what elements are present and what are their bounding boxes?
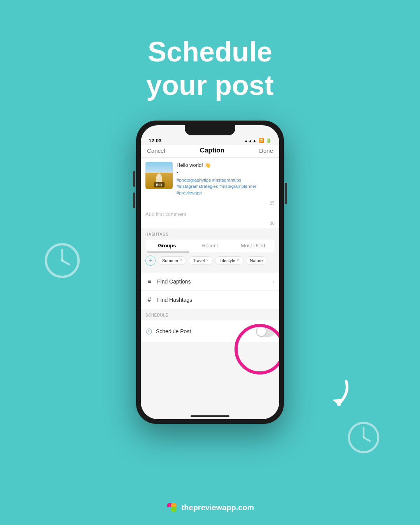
vol-up-button [133,171,135,187]
remove-lifestyle-icon[interactable]: × [237,258,239,262]
hashtags-label: HASHTAGS [145,232,275,236]
caption-line2: - [177,169,275,176]
arrow-icon [315,377,354,408]
chip-summer[interactable]: Summer × [158,256,186,265]
remove-summer-icon[interactable]: × [180,258,182,262]
add-hashtag-group-button[interactable]: + [145,256,156,266]
schedule-clock-icon: 🕐 [145,328,152,334]
toggle-knob [257,327,266,336]
tab-recent[interactable]: Recent [189,240,232,252]
footer: thepreviewapp.com [166,502,254,513]
schedule-section: SCHEDULE [141,309,279,320]
nav-title: Caption [200,147,224,154]
notch [185,125,235,135]
hashtag-tabs: Groups Recent Most Used [145,240,275,252]
svg-point-10 [171,507,177,512]
time: 12:03 [149,138,161,144]
remove-travel-icon[interactable]: × [206,258,209,262]
clock-icon-left [43,241,82,280]
power-button [285,183,287,204]
hashtag-chips-row: + Summer × Travel × Lifestyle × Nature [145,256,275,267]
svg-line-5 [364,438,370,441]
phone-mockup: 12:03 ▲▲▲ 🛜 🔋 Cancel Caption Done [136,121,284,424]
chip-nature[interactable]: Nature [246,256,267,265]
clock-icon-right [346,420,381,455]
hero-line1: Schedule [0,35,420,68]
hashtags-section: HASHTAGS Groups Recent Most Used + Summe… [141,228,279,270]
caption-line1: Hello world! 👋 [177,162,275,169]
chip-travel[interactable]: Travel × [189,256,213,265]
hero-line2: your post [0,68,420,102]
find-captions-label: Find Captions [157,278,191,285]
captions-icon: ≡ [145,278,153,285]
tab-groups[interactable]: Groups [145,240,189,252]
signal-icon: ▲▲▲ [244,138,257,143]
caption-char-count: 25 [141,200,279,208]
find-hashtags-menu-item[interactable]: # Find Hashtags [141,291,279,309]
find-hashtags-label: Find Hashtags [157,297,192,303]
schedule-label: SCHEDULE [145,313,275,317]
schedule-post-label: Schedule Post [156,328,191,334]
vol-down-button [133,192,135,208]
schedule-row: 🕐 Schedule Post [141,320,279,342]
footer-logo [166,502,178,513]
comment-char-count: 30 [141,220,279,228]
home-indicator [191,415,229,417]
edit-label[interactable]: Edit [154,182,164,187]
hashtag-icon: # [145,296,153,303]
caption-area: Edit Hello world! 👋 - #photographytips #… [141,158,279,200]
schedule-toggle[interactable] [256,326,275,337]
chevron-right-icon: › [273,278,275,285]
svg-line-2 [62,261,69,264]
done-button[interactable]: Done [259,147,273,154]
nav-bar: Cancel Caption Done [141,145,279,158]
battery-icon: 🔋 [266,138,271,143]
find-captions-menu-item[interactable]: ≡ Find Captions › [141,273,279,291]
hero-title: Schedule your post [0,0,420,102]
footer-text: thepreviewapp.com [182,503,254,512]
post-thumbnail[interactable]: Edit [145,162,173,189]
menu-section: ≡ Find Captions › # Find Hashtags [141,273,279,309]
caption-text[interactable]: Hello world! 👋 - #photographytips #insta… [177,162,275,196]
caption-hashtags: #photographytips #instagramtips #instagr… [177,177,275,196]
status-icons: ▲▲▲ 🛜 🔋 [244,138,271,143]
chip-lifestyle[interactable]: Lifestyle × [215,256,243,265]
first-comment-input[interactable]: Add first comment [141,208,279,220]
cancel-button[interactable]: Cancel [147,147,165,154]
tab-most-used[interactable]: Most Used [231,240,275,252]
wifi-icon: 🛜 [259,138,264,143]
